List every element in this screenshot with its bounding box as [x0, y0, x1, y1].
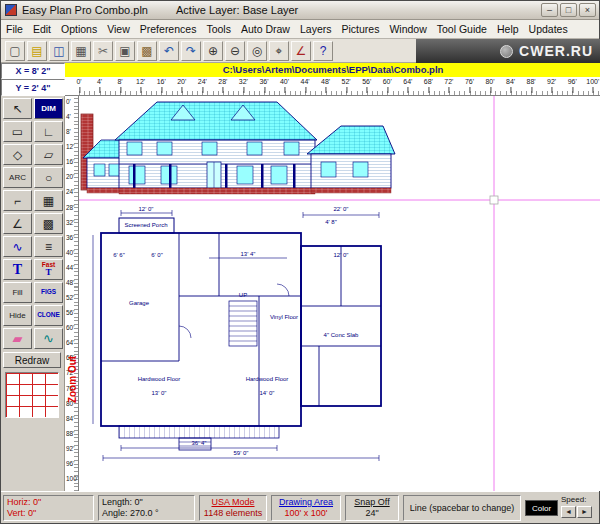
menu-item-edit[interactable]: Edit — [28, 20, 56, 38]
corner-tool[interactable]: ⌐ — [3, 190, 32, 211]
menu-item-file[interactable]: File — [1, 20, 28, 38]
v-ruler-tick: 84' — [66, 415, 74, 422]
redo-icon[interactable]: ↷ — [181, 41, 201, 61]
window-title: Easy Plan Pro Combo.pln — [22, 4, 148, 16]
v-ruler-tick: 52' — [66, 294, 74, 301]
cut-icon[interactable]: ✂ — [93, 41, 113, 61]
plan-labels-layer: 12' 0"Screened Porch22' 0"4' 8"6' 6"6' 0… — [79, 96, 600, 491]
drawing-canvas[interactable]: 12' 0"Screened Porch22' 0"4' 8"6' 6"6' 0… — [79, 96, 600, 491]
measure-icon[interactable]: ∠ — [291, 41, 311, 61]
v-ruler-tick: 40' — [66, 249, 74, 256]
stairs-tool[interactable]: ≡ — [34, 236, 63, 257]
paste-icon[interactable]: ▩ — [137, 41, 157, 61]
minimize-button[interactable]: – — [541, 3, 558, 17]
menu-item-tools[interactable]: Tools — [201, 20, 236, 38]
horizontal-ruler: 0'4'8'12'16'20'24'28'32'36'40'44'48'52'5… — [65, 77, 600, 96]
v-ruler-tick: 60' — [66, 324, 74, 331]
menu-item-layers[interactable]: Layers — [295, 20, 337, 38]
h-ruler-tick: 28' — [218, 78, 227, 85]
save-icon[interactable]: ◫ — [49, 41, 69, 61]
zoom-in-icon[interactable]: ⊕ — [203, 41, 223, 61]
h-ruler-tick: 88' — [527, 78, 536, 85]
v-ruler-tick: 56' — [66, 309, 74, 316]
h-ruler-tick: 100' — [586, 78, 599, 85]
menu-item-options[interactable]: Options — [56, 20, 102, 38]
fill-tool[interactable]: Fill — [3, 282, 32, 303]
plan-label: Vinyl Floor — [270, 314, 298, 320]
h-ruler-tick: 0' — [76, 78, 81, 85]
speed-increase-button[interactable]: ► — [577, 506, 592, 518]
h-ruler-tick: 40' — [280, 78, 289, 85]
app-icon — [5, 4, 17, 16]
v-ruler-tick: 64' — [66, 339, 74, 346]
menu-item-view[interactable]: View — [102, 20, 135, 38]
speed-decrease-button[interactable]: ◄ — [561, 506, 576, 518]
print-icon[interactable]: ▦ — [71, 41, 91, 61]
plan-label: 22' 0" — [334, 206, 349, 212]
h-ruler-tick: 96' — [568, 78, 577, 85]
help-icon[interactable]: ? — [313, 41, 333, 61]
menu-item-updates[interactable]: Updates — [524, 20, 573, 38]
curve-tool[interactable]: ∿ — [3, 236, 32, 257]
v-ruler-tick: 88' — [66, 430, 74, 437]
zoom-window-icon[interactable]: ◎ — [247, 41, 267, 61]
angle-tool[interactable]: ∠ — [3, 213, 32, 234]
title-bar: Easy Plan Pro Combo.pln Active Layer: Ba… — [1, 1, 599, 20]
fast-text-tool[interactable]: FastT — [34, 259, 63, 280]
hide-tool[interactable]: Hide — [3, 305, 32, 326]
pointer-tool[interactable]: ↖ — [3, 98, 32, 119]
menu-item-tool-guide[interactable]: Tool Guide — [432, 20, 492, 38]
rounded-rect-tool[interactable]: ▭ — [3, 121, 32, 142]
redraw-button[interactable]: Redraw — [3, 352, 61, 368]
table-grid-tool[interactable]: ▦ — [34, 190, 63, 211]
copy-icon[interactable]: ▣ — [115, 41, 135, 61]
status-snap-link[interactable]: Snap Off — [349, 497, 395, 508]
figures-tool[interactable]: FIGS — [34, 282, 63, 303]
h-ruler-tick: 32' — [239, 78, 248, 85]
ellipse-tool[interactable]: ○ — [34, 167, 63, 188]
status-vert: Vert: 0" — [7, 508, 90, 519]
plan-label: 59' 0" — [234, 450, 249, 456]
open-file-icon[interactable]: ▤ — [27, 41, 47, 61]
maximize-button[interactable]: □ — [560, 3, 577, 17]
arc-tool[interactable]: ARC — [3, 167, 32, 188]
status-drawing-area-link[interactable]: Drawing Area — [275, 497, 337, 508]
menu-item-help[interactable]: Help — [492, 20, 524, 38]
text-tool[interactable]: T — [3, 259, 32, 280]
v-ruler-tick: 28' — [66, 204, 74, 211]
menu-item-preferences[interactable]: Preferences — [135, 20, 202, 38]
h-ruler-tick: 76' — [465, 78, 474, 85]
menu-item-window[interactable]: Window — [384, 20, 431, 38]
zoom-out-label: Zoom Out — [67, 349, 78, 411]
plan-label: 12' 0" — [139, 206, 154, 212]
menu-item-pictures[interactable]: Pictures — [336, 20, 384, 38]
status-cursor-panel: Horiz: 0" Vert: 0" — [3, 495, 94, 521]
speed-label: Speed: — [561, 495, 598, 505]
status-drawing-area-panel: Drawing Area 100' x 100' — [271, 495, 341, 521]
eraser-tool[interactable]: ▰ — [3, 328, 32, 349]
polygon-tool[interactable]: ◇ — [3, 144, 32, 165]
h-ruler-tick: 8' — [117, 78, 122, 85]
trapezoid-tool[interactable]: ▱ — [34, 144, 63, 165]
undo-icon[interactable]: ↶ — [159, 41, 179, 61]
plan-label: 14' 0" — [260, 390, 275, 396]
status-mode-link[interactable]: USA Mode — [203, 497, 263, 508]
grid-preview[interactable] — [5, 372, 59, 418]
close-button[interactable]: × — [579, 3, 596, 17]
status-snap-panel: Snap Off 24" — [345, 495, 399, 521]
zoom-out-icon[interactable]: ⊖ — [225, 41, 245, 61]
pan-icon[interactable]: ⌖ — [269, 41, 289, 61]
menu-item-auto-draw[interactable]: Auto Draw — [236, 20, 295, 38]
menu-bar: FileEditOptionsViewPreferencesToolsAuto … — [1, 20, 599, 39]
perpendicular-dim-tool[interactable]: ∟ — [34, 121, 63, 142]
dot-grid-tool[interactable]: ▩ — [34, 213, 63, 234]
status-line-mode[interactable]: Line (spacebar to change) — [410, 503, 515, 514]
freehand-tool[interactable]: ∿ — [34, 328, 63, 349]
color-button[interactable]: Color — [525, 500, 558, 516]
h-ruler-tick: 92' — [547, 78, 556, 85]
clone-tool[interactable]: CLONE — [34, 305, 63, 326]
status-snap-value: 24" — [349, 508, 395, 519]
dimension-tool[interactable]: DIM — [34, 98, 63, 119]
new-file-icon[interactable]: ▢ — [5, 41, 25, 61]
status-length: Length: 0" — [102, 497, 191, 508]
